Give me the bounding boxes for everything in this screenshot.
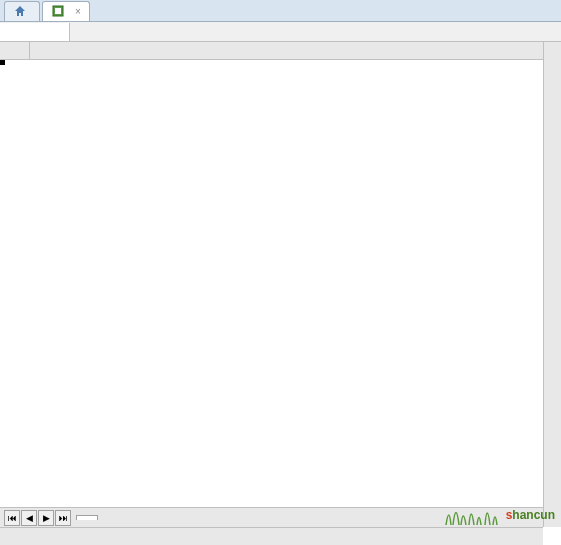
sheet-tab-bar: ⏮ ◀ ▶ ⏭ [0,507,561,527]
sheet-tab-active[interactable] [76,515,98,520]
spreadsheet-icon [51,4,65,18]
active-cell-cursor [0,60,4,64]
sheet-nav-last[interactable]: ⏭ [55,510,71,526]
spreadsheet-grid [0,42,561,60]
sheet-nav-prev[interactable]: ◀ [21,510,37,526]
sheet-nav-next[interactable]: ▶ [38,510,54,526]
vertical-scrollbar[interactable] [543,42,561,527]
horizontal-scrollbar[interactable] [0,527,543,545]
select-all-corner[interactable] [0,42,30,60]
document-tabs: × [0,0,561,22]
tab-home[interactable] [4,1,40,21]
name-box[interactable] [0,23,70,41]
sheet-nav-first[interactable]: ⏮ [4,510,20,526]
home-icon [13,4,27,18]
formula-bar-row [0,22,561,42]
column-headers [30,42,561,60]
formula-input[interactable] [70,31,561,33]
close-icon[interactable]: × [75,6,81,17]
svg-rect-1 [55,8,61,14]
tab-file[interactable]: × [42,1,90,21]
